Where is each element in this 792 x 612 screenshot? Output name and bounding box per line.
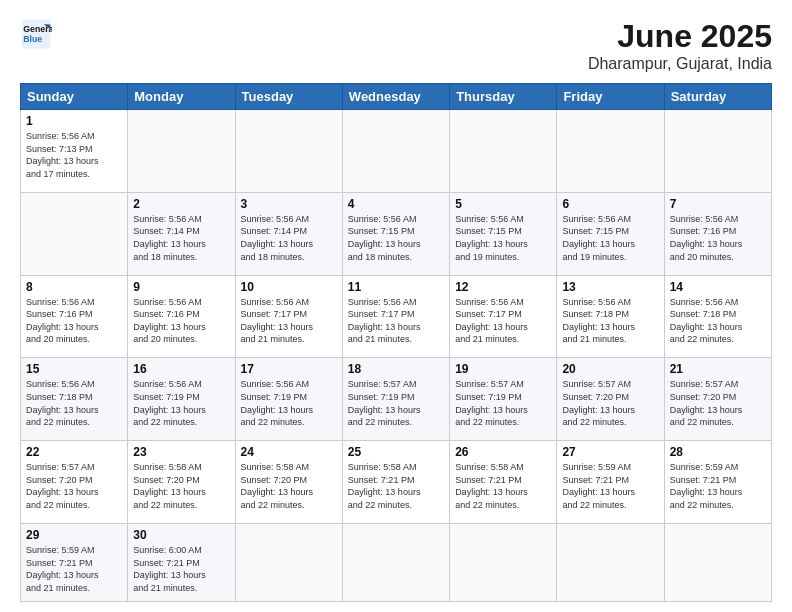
svg-text:Blue: Blue [23,34,42,44]
table-cell [235,523,342,601]
day-number: 10 [241,280,337,294]
day-info: Sunrise: 5:56 AMSunset: 7:18 PMDaylight:… [670,297,743,345]
table-cell: 16Sunrise: 5:56 AMSunset: 7:19 PMDayligh… [128,358,235,441]
day-info: Sunrise: 5:56 AMSunset: 7:19 PMDaylight:… [241,379,314,427]
day-info: Sunrise: 5:56 AMSunset: 7:15 PMDaylight:… [348,214,421,262]
table-cell: 9Sunrise: 5:56 AMSunset: 7:16 PMDaylight… [128,275,235,358]
table-cell: 7Sunrise: 5:56 AMSunset: 7:16 PMDaylight… [664,192,771,275]
day-info: Sunrise: 5:57 AMSunset: 7:20 PMDaylight:… [562,379,635,427]
week-row: 22Sunrise: 5:57 AMSunset: 7:20 PMDayligh… [21,441,772,524]
top-section: General Blue June 2025 Dharampur, Gujara… [20,18,772,73]
day-number: 21 [670,362,766,376]
page: General Blue June 2025 Dharampur, Gujara… [0,0,792,612]
table-cell: 30Sunrise: 6:00 AMSunset: 7:21 PMDayligh… [128,523,235,601]
week-row: 29Sunrise: 5:59 AMSunset: 7:21 PMDayligh… [21,523,772,601]
table-cell [450,110,557,193]
col-saturday: Saturday [664,84,771,110]
table-cell: 13Sunrise: 5:56 AMSunset: 7:18 PMDayligh… [557,275,664,358]
day-number: 7 [670,197,766,211]
day-info: Sunrise: 5:56 AMSunset: 7:17 PMDaylight:… [241,297,314,345]
day-number: 26 [455,445,551,459]
day-info: Sunrise: 5:56 AMSunset: 7:14 PMDaylight:… [241,214,314,262]
calendar-table: Sunday Monday Tuesday Wednesday Thursday… [20,83,772,602]
day-number: 14 [670,280,766,294]
day-info: Sunrise: 5:58 AMSunset: 7:20 PMDaylight:… [133,462,206,510]
day-number: 1 [26,114,122,128]
title-section: June 2025 Dharampur, Gujarat, India [588,18,772,73]
day-number: 24 [241,445,337,459]
table-cell: 2Sunrise: 5:56 AMSunset: 7:14 PMDaylight… [128,192,235,275]
day-number: 22 [26,445,122,459]
day-info: Sunrise: 5:57 AMSunset: 7:19 PMDaylight:… [455,379,528,427]
day-info: Sunrise: 5:58 AMSunset: 7:21 PMDaylight:… [348,462,421,510]
day-info: Sunrise: 5:56 AMSunset: 7:18 PMDaylight:… [562,297,635,345]
table-cell [557,110,664,193]
day-number: 6 [562,197,658,211]
table-cell: 6Sunrise: 5:56 AMSunset: 7:15 PMDaylight… [557,192,664,275]
day-number: 12 [455,280,551,294]
col-thursday: Thursday [450,84,557,110]
col-monday: Monday [128,84,235,110]
day-number: 25 [348,445,444,459]
day-number: 4 [348,197,444,211]
table-cell [342,110,449,193]
day-number: 8 [26,280,122,294]
day-info: Sunrise: 5:59 AMSunset: 7:21 PMDaylight:… [562,462,635,510]
day-info: Sunrise: 5:56 AMSunset: 7:17 PMDaylight:… [455,297,528,345]
table-cell: 5Sunrise: 5:56 AMSunset: 7:15 PMDaylight… [450,192,557,275]
day-info: Sunrise: 5:59 AMSunset: 7:21 PMDaylight:… [670,462,743,510]
main-title: June 2025 [588,18,772,55]
day-number: 9 [133,280,229,294]
day-number: 28 [670,445,766,459]
table-cell: 8Sunrise: 5:56 AMSunset: 7:16 PMDaylight… [21,275,128,358]
day-info: Sunrise: 5:56 AMSunset: 7:17 PMDaylight:… [348,297,421,345]
day-number: 13 [562,280,658,294]
day-info: Sunrise: 5:56 AMSunset: 7:14 PMDaylight:… [133,214,206,262]
table-cell: 12Sunrise: 5:56 AMSunset: 7:17 PMDayligh… [450,275,557,358]
table-cell [450,523,557,601]
day-info: Sunrise: 5:56 AMSunset: 7:16 PMDaylight:… [26,297,99,345]
day-number: 16 [133,362,229,376]
table-cell: 23Sunrise: 5:58 AMSunset: 7:20 PMDayligh… [128,441,235,524]
table-cell: 4Sunrise: 5:56 AMSunset: 7:15 PMDaylight… [342,192,449,275]
table-cell: 10Sunrise: 5:56 AMSunset: 7:17 PMDayligh… [235,275,342,358]
col-friday: Friday [557,84,664,110]
day-info: Sunrise: 5:57 AMSunset: 7:20 PMDaylight:… [26,462,99,510]
table-cell: 24Sunrise: 5:58 AMSunset: 7:20 PMDayligh… [235,441,342,524]
day-info: Sunrise: 5:57 AMSunset: 7:20 PMDaylight:… [670,379,743,427]
day-info: Sunrise: 5:56 AMSunset: 7:15 PMDaylight:… [455,214,528,262]
week-row: 8Sunrise: 5:56 AMSunset: 7:16 PMDaylight… [21,275,772,358]
week-row: 15Sunrise: 5:56 AMSunset: 7:18 PMDayligh… [21,358,772,441]
table-cell: 3Sunrise: 5:56 AMSunset: 7:14 PMDaylight… [235,192,342,275]
table-cell [664,110,771,193]
col-sunday: Sunday [21,84,128,110]
table-cell: 26Sunrise: 5:58 AMSunset: 7:21 PMDayligh… [450,441,557,524]
table-cell: 27Sunrise: 5:59 AMSunset: 7:21 PMDayligh… [557,441,664,524]
day-info: Sunrise: 6:00 AMSunset: 7:21 PMDaylight:… [133,545,206,593]
table-cell [664,523,771,601]
table-cell: 17Sunrise: 5:56 AMSunset: 7:19 PMDayligh… [235,358,342,441]
day-number: 23 [133,445,229,459]
week-row: 2Sunrise: 5:56 AMSunset: 7:14 PMDaylight… [21,192,772,275]
day-number: 2 [133,197,229,211]
day-info: Sunrise: 5:56 AMSunset: 7:16 PMDaylight:… [670,214,743,262]
table-cell [557,523,664,601]
table-cell: 14Sunrise: 5:56 AMSunset: 7:18 PMDayligh… [664,275,771,358]
day-number: 5 [455,197,551,211]
day-info: Sunrise: 5:58 AMSunset: 7:21 PMDaylight:… [455,462,528,510]
day-info: Sunrise: 5:58 AMSunset: 7:20 PMDaylight:… [241,462,314,510]
logo: General Blue [20,18,52,50]
day-number: 29 [26,528,122,542]
table-cell [235,110,342,193]
day-info: Sunrise: 5:57 AMSunset: 7:19 PMDaylight:… [348,379,421,427]
week-row: 1Sunrise: 5:56 AMSunset: 7:13 PMDaylight… [21,110,772,193]
day-number: 20 [562,362,658,376]
day-info: Sunrise: 5:56 AMSunset: 7:19 PMDaylight:… [133,379,206,427]
table-cell: 11Sunrise: 5:56 AMSunset: 7:17 PMDayligh… [342,275,449,358]
table-cell [128,110,235,193]
day-number: 18 [348,362,444,376]
day-number: 27 [562,445,658,459]
day-number: 11 [348,280,444,294]
day-number: 19 [455,362,551,376]
day-info: Sunrise: 5:56 AMSunset: 7:13 PMDaylight:… [26,131,99,179]
